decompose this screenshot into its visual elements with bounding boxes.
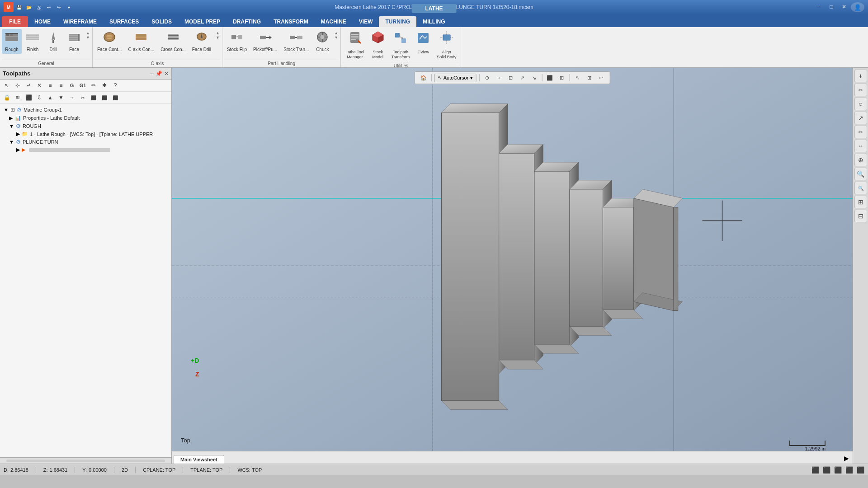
qat-undo[interactable]: ↩	[44, 3, 53, 12]
tab-view[interactable]: VIEW	[353, 16, 379, 27]
panel-minimize-btn[interactable]: ─	[150, 70, 154, 77]
tb-regen[interactable]: ⬛	[110, 93, 120, 103]
tab-solids[interactable]: SOLIDS	[145, 16, 178, 27]
tb-edit[interactable]: ✏	[89, 80, 99, 90]
stock-model-button[interactable]: StockModel	[368, 29, 388, 61]
qat-print[interactable]: 🖨	[34, 3, 43, 12]
tb-block[interactable]: ⬛	[24, 93, 33, 103]
tree-plunge-turn-group[interactable]: ▼ ⚙ PLUNGE TURN	[2, 138, 170, 146]
qat-customize[interactable]: ▾	[64, 3, 73, 12]
caxis-expand-btn[interactable]: ▲	[216, 31, 219, 35]
canvas-tb-btn5[interactable]: ↘	[529, 73, 539, 83]
tb-collapse[interactable]: ≡	[45, 80, 55, 90]
tb-lock[interactable]: 🔒	[2, 93, 12, 103]
parthandling-expand-btn2[interactable]: ▼	[334, 35, 338, 40]
tb-right[interactable]: →	[67, 93, 77, 103]
rs-fit[interactable]: ⊕	[854, 154, 867, 166]
rs-zoom-out[interactable]: 🔍	[854, 168, 867, 180]
tb-down2[interactable]: ▼	[56, 93, 66, 103]
tab-surfaces[interactable]: SURFACES	[103, 16, 145, 27]
tb-select[interactable]: ↖	[2, 80, 12, 90]
canvas-tb-btn2[interactable]: ○	[494, 73, 504, 83]
status-icon2[interactable]: ⬛	[823, 466, 830, 474]
cview-button[interactable]: CView	[413, 29, 433, 56]
stock-tran-button[interactable]: Stock Tran...	[281, 29, 311, 54]
tab-home[interactable]: HOME	[28, 16, 57, 27]
tb-up[interactable]: ▲	[45, 93, 55, 103]
tb-paste[interactable]: ⬛	[99, 93, 109, 103]
caxis-con-button[interactable]: C-axis Con...	[125, 29, 157, 54]
viewsheet-expand-btn[interactable]: ▶	[840, 453, 853, 464]
rs-cut[interactable]: ✂	[854, 84, 867, 96]
cross-con-button[interactable]: Cross Con...	[158, 29, 189, 54]
tb-star[interactable]: ✱	[99, 80, 109, 90]
tb-cut[interactable]: ✂	[78, 93, 88, 103]
stock-flip-button[interactable]: ↔ Stock Flip	[224, 29, 250, 54]
autocursor-dropdown[interactable]: ↖ AutoCursor ▾	[434, 74, 476, 82]
tab-machine[interactable]: MACHINE	[315, 16, 353, 27]
panel-scroll-track[interactable]	[6, 460, 165, 462]
main-viewsheet-tab[interactable]: Main Viewsheet	[174, 455, 224, 464]
tb-help[interactable]: ?	[110, 80, 120, 90]
canvas-tb-btn6[interactable]: ⬛	[545, 73, 555, 83]
tb-g[interactable]: G	[67, 80, 77, 90]
qat-redo[interactable]: ↪	[54, 3, 63, 12]
close-button[interactable]: ✕	[838, 2, 850, 11]
maximize-button[interactable]: □	[826, 2, 837, 11]
tb-select2[interactable]: ⊹	[13, 80, 23, 90]
tb-down[interactable]: ⇩	[34, 93, 44, 103]
status-icon1[interactable]: ⬛	[811, 466, 819, 474]
canvas-viewport[interactable]: 🏠 ↖ AutoCursor ▾ ⊕ ○ ⊡ ↗ ↘ ⬛ ⊞ ↖ ⊞ ↩ +D …	[172, 68, 853, 464]
face-cont-button[interactable]: Face Cont...	[94, 29, 124, 54]
tree-lathe-rough-op[interactable]: ▶ 📁 1 - Lathe Rough - [WCS: Top] - [Tpla…	[2, 130, 170, 138]
face-drill-button[interactable]: Face Drill	[189, 29, 214, 54]
tree-plunge-op[interactable]: ▶ ▶	[2, 146, 170, 154]
rs-zoom-fit[interactable]: 🔍	[854, 182, 867, 194]
tab-turning[interactable]: TURNING	[379, 16, 416, 27]
tb-copy[interactable]: ⬛	[89, 93, 99, 103]
tb-filter[interactable]: ⤶	[24, 80, 33, 90]
toolpath-trans-button[interactable]: ToolpathTransform	[389, 29, 413, 61]
caxis-expand-btn2[interactable]: ▼	[216, 35, 219, 40]
chuck-button[interactable]: Chuck	[312, 29, 332, 54]
tb-g1[interactable]: G1	[78, 80, 88, 90]
canvas-tb-home[interactable]: 🏠	[419, 73, 429, 83]
canvas-tb-btn10[interactable]: ↩	[596, 73, 606, 83]
finish-button[interactable]: Finish	[23, 29, 42, 54]
tree-machine-group[interactable]: ▼ ⊞ ⚙ Machine Group-1	[2, 106, 170, 114]
rs-zoom-in[interactable]: +	[854, 70, 867, 82]
canvas-tb-btn1[interactable]: ⊕	[482, 73, 492, 83]
tb-expand[interactable]: ≡	[56, 80, 66, 90]
canvas-tb-btn4[interactable]: ↗	[517, 73, 527, 83]
canvas-tb-btn9[interactable]: ⊞	[584, 73, 594, 83]
face-button[interactable]: Face	[64, 29, 84, 54]
lathe-tool-mgr-button[interactable]: Lathe ToolManager	[343, 29, 367, 61]
rs-minus[interactable]: ⊟	[854, 210, 867, 222]
general-expand-btn[interactable]: ▲	[86, 31, 90, 35]
canvas-tb-btn8[interactable]: ↖	[572, 73, 582, 83]
status-icon4[interactable]: ⬛	[845, 466, 853, 474]
tree-properties[interactable]: ▶ 📊 Properties - Lathe Default	[2, 114, 170, 122]
tab-wireframe[interactable]: WIREFRAME	[57, 16, 103, 27]
status-icon5[interactable]: ⬛	[857, 466, 864, 474]
pickoff-button[interactable]: Pickoff/Pu...	[250, 29, 280, 54]
qat-save[interactable]: 💾	[14, 3, 24, 12]
tab-modelprep[interactable]: MODEL PREP	[178, 16, 226, 27]
panel-pin-btn[interactable]: 📌	[156, 70, 162, 77]
drill-button[interactable]: Drill	[43, 29, 63, 54]
minimize-button[interactable]: ─	[813, 2, 825, 11]
tree-rough-group[interactable]: ▼ ⚙ ROUGH	[2, 122, 170, 130]
tab-milling[interactable]: MILLING	[416, 16, 451, 27]
status-icon3[interactable]: ⬛	[834, 466, 842, 474]
canvas-tb-btn7[interactable]: ⊞	[557, 73, 566, 83]
tb-visibility[interactable]: ≋	[13, 93, 23, 103]
rs-arrow[interactable]: ↗	[854, 112, 867, 124]
rough-button[interactable]: Rough	[2, 29, 22, 54]
canvas-tb-btn3[interactable]: ⊡	[505, 73, 515, 83]
rs-swap[interactable]: ↔	[854, 140, 867, 152]
tb-filter2[interactable]: ✕	[34, 80, 44, 90]
tab-transform[interactable]: TRANSFORM	[267, 16, 315, 27]
panel-scrollbar[interactable]	[0, 457, 171, 464]
align-solid-body-button[interactable]: AlignSolid Body	[434, 29, 459, 61]
rs-scissors2[interactable]: ✂	[854, 126, 867, 138]
